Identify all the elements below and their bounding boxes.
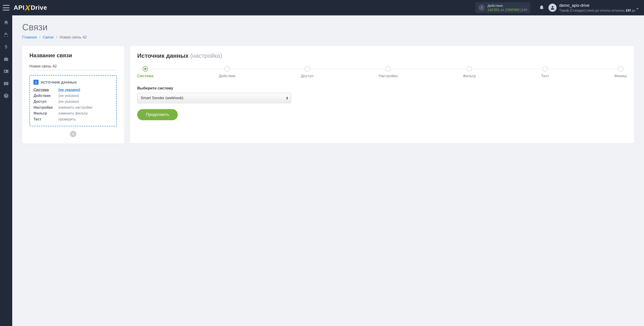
home-icon[interactable] (3, 20, 9, 25)
source-config-box: 1 ИСТОЧНИК ДАННЫХ Система (не указано) Д… (30, 75, 117, 126)
connection-name-card: Название связи 1 ИСТОЧНИК ДАННЫХ Система… (22, 46, 124, 144)
connection-name-input[interactable] (30, 63, 117, 70)
actions-extra: (149 (520, 8, 527, 12)
tariff-line: Тариф |Стандарт| (new) до оплаты осталос… (559, 8, 636, 12)
row-settings-val[interactable]: изменить настройки (58, 106, 113, 110)
row-access-val: (не указано) (58, 100, 113, 104)
row-test-key: Тест (34, 117, 58, 121)
right-card-heading: Источник данных (настройка) (137, 52, 627, 59)
crumb-current: Новая связь 42 (60, 35, 87, 40)
info-icon: i (478, 4, 485, 11)
connections-icon[interactable] (3, 32, 9, 38)
row-filter-val[interactable]: изменить фильтр (58, 112, 113, 116)
actions-count: 142'551 (488, 8, 500, 12)
notifications-icon[interactable] (539, 4, 544, 11)
username: demo_apix-drive (559, 3, 636, 8)
left-card-heading: Название связи (30, 52, 117, 59)
source-block-title: ИСТОЧНИК ДАННЫХ (41, 80, 77, 84)
actions-total: 1'000'000 (505, 8, 520, 12)
row-settings-key: Настройки (34, 106, 58, 110)
step-filter[interactable]: Фильтр (463, 66, 476, 78)
row-action-val: (не указано) (58, 94, 113, 98)
step-finish[interactable]: Финиш (614, 66, 627, 78)
briefcase-icon[interactable] (3, 56, 9, 62)
billing-icon[interactable] (3, 44, 9, 50)
sidebar (0, 16, 12, 326)
step-action[interactable]: Действие (219, 66, 236, 78)
step-settings[interactable]: Настройки (379, 66, 398, 78)
system-select-value: Smart Sender (webhook) (140, 96, 184, 100)
user-menu[interactable]: demo_apix-drive Тариф |Стандарт| (new) д… (548, 3, 636, 12)
avatar-icon (548, 4, 556, 12)
actions-counter[interactable]: i Действия: 142'551 из 1'000'000 (149 (475, 2, 530, 13)
menu-toggle[interactable] (3, 5, 10, 10)
select-system-label: Выберите систему (137, 86, 627, 90)
chevron-down-icon[interactable]: ⌄ (636, 5, 640, 11)
row-system-key[interactable]: Система (34, 88, 58, 92)
topbar: APIXDrive i Действия: 142'551 из 1'000'0… (0, 0, 644, 16)
step-system[interactable]: Система (137, 66, 154, 78)
content-area: Связи Главная / Связи / Новая связь 42 Н… (12, 16, 644, 326)
add-block-button[interactable]: + (70, 131, 76, 137)
video-icon[interactable] (3, 80, 9, 86)
id-card-icon[interactable] (3, 68, 9, 74)
breadcrumb: Главная / Связи / Новая связь 42 (22, 35, 634, 40)
actions-label: Действия: (488, 4, 527, 8)
source-block-number: 1 (34, 80, 38, 85)
row-test-val[interactable]: проверить (58, 117, 113, 121)
row-action-key: Действие (34, 94, 58, 98)
wizard-stepper: Система Действие Доступ Настройки (137, 66, 627, 78)
help-icon[interactable] (3, 93, 9, 99)
source-setup-card: Источник данных (настройка) Система Дейс… (130, 46, 634, 143)
crumb-links[interactable]: Связи (43, 35, 54, 40)
row-system-val[interactable]: (не указано) (58, 88, 113, 92)
system-select[interactable]: Smart Sender (webhook) (137, 93, 291, 103)
step-access[interactable]: Доступ (301, 66, 314, 78)
continue-button[interactable]: Продолжить (137, 109, 178, 120)
page-title: Связи (22, 22, 634, 32)
crumb-home[interactable]: Главная (22, 35, 37, 40)
actions-of: из (500, 8, 504, 12)
step-test[interactable]: Тест (541, 66, 549, 78)
select-arrows-icon: ▲▼ (286, 96, 288, 100)
logo[interactable]: APIXDrive (14, 4, 47, 12)
row-access-key: Доступ (34, 100, 58, 104)
row-filter-key: Фильтр (34, 112, 58, 116)
